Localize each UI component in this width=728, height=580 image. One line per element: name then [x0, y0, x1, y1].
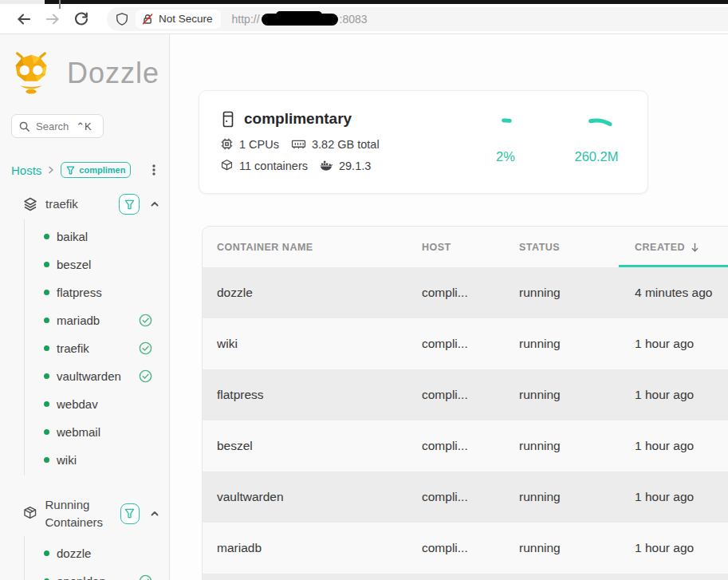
healthy-check-icon: [138, 313, 153, 328]
table-row[interactable]: flatpress compli... running 1 hour ago: [203, 369, 728, 420]
table-row[interactable]: beszel compli... running 1 hour ago: [203, 420, 728, 471]
cell-status: running: [519, 439, 635, 453]
column-header-host[interactable]: HOST: [422, 242, 519, 253]
column-header-created[interactable]: CREATED: [635, 242, 728, 253]
host-summary-card: complimentary 1 CPUs 3.82 GB total: [199, 90, 648, 194]
funnel-icon: [124, 508, 135, 519]
url-text: http:// :8083: [232, 13, 368, 26]
cell-host: compli...: [422, 286, 519, 300]
back-button[interactable]: [10, 6, 38, 32]
host-gauges: 2% 260.2M: [474, 112, 628, 193]
table-row[interactable]: mariadb compli... running 1 hour ago: [203, 523, 728, 574]
kebab-menu-icon[interactable]: [148, 164, 159, 176]
sidebar-item-mariadb[interactable]: mariadb: [44, 306, 169, 334]
cell-host: compli...: [422, 388, 519, 402]
cell-created: 1 hour ago: [635, 388, 728, 402]
table-row[interactable]: vaultwarden compli... running 1 hour ago: [203, 471, 728, 523]
funnel-icon: [124, 199, 135, 210]
security-label: Not Secure: [159, 13, 213, 25]
chevron-up-icon: [150, 199, 159, 209]
host-info: complimentary 1 CPUs 3.82 GB total: [220, 110, 380, 193]
sidebar-item-traefik[interactable]: traefik: [44, 334, 169, 362]
containers-stat: 11 containers: [220, 159, 308, 172]
running-dot-icon: [44, 318, 49, 323]
cpu-gauge: 2%: [474, 112, 537, 193]
sidebar-item-webdav[interactable]: webdav: [44, 390, 169, 418]
browser-toolbar: Not Secure http:// :8083: [0, 4, 728, 34]
chevron-up-icon: [150, 509, 159, 519]
filter-button[interactable]: [120, 503, 140, 524]
running-dot-icon: [44, 373, 49, 379]
memory-gauge-arc: [565, 112, 628, 139]
chevron-right-icon: [46, 165, 56, 175]
reload-button[interactable]: [67, 6, 96, 32]
cell-status: running: [519, 286, 635, 300]
insecure-lock-icon: [141, 13, 154, 26]
tab-strip: [0, 0, 728, 4]
cpu-gauge-arc: [474, 112, 537, 139]
selected-host-pill[interactable]: complimentary: [61, 162, 131, 178]
cell-status: running: [519, 541, 635, 555]
filter-button[interactable]: [119, 194, 140, 215]
sidebar-item-baikal[interactable]: baikal: [44, 223, 169, 251]
cell-status: running: [519, 388, 635, 402]
sidebar-section-running-containers[interactable]: Running Containers: [22, 496, 159, 531]
server-icon: [220, 111, 236, 128]
app-logo[interactable]: Dozzle: [0, 42, 169, 103]
sidebar: Dozzle Search ⌃K Hosts complimentary: [0, 34, 170, 580]
cpu-gauge-value: 2%: [474, 149, 537, 164]
container-list-running: dozzle openldap: [24, 536, 169, 580]
forward-button[interactable]: [38, 6, 67, 32]
clipped-next-row: [203, 574, 728, 580]
cell-created: 1 hour ago: [635, 337, 728, 351]
back-arrow-icon: [16, 11, 32, 27]
sidebar-section-traefik[interactable]: traefik: [22, 194, 159, 215]
healthy-check-icon: [138, 341, 153, 356]
cell-container-name: vaultwarden: [217, 490, 422, 504]
column-header-status[interactable]: STATUS: [519, 242, 635, 253]
memory-gauge: 260.2M: [565, 112, 628, 193]
section-label: Running Containers: [45, 496, 112, 531]
dozzle-bee-icon: [6, 50, 56, 97]
running-dot-icon: [44, 262, 49, 267]
sidebar-item-webmail[interactable]: webmail: [44, 418, 169, 446]
sidebar-item-wiki[interactable]: wiki: [44, 446, 169, 474]
cell-created: 1 hour ago: [635, 490, 728, 504]
active-sort-underline: [619, 265, 728, 267]
funnel-icon: [66, 166, 75, 175]
cell-container-name: dozzle: [217, 286, 422, 300]
docker-version-stat: 29.1.3: [320, 159, 371, 172]
memory-gauge-value: 260.2M: [565, 149, 628, 164]
address-bar[interactable]: Not Secure http:// :8083: [107, 7, 728, 31]
running-dot-icon: [44, 345, 49, 351]
table-row[interactable]: dozzle compli... running 4 minutes ago: [203, 267, 728, 318]
search-input[interactable]: Search ⌃K: [11, 114, 104, 138]
running-dot-icon: [44, 457, 49, 463]
breadcrumb-hosts-link[interactable]: Hosts: [11, 164, 41, 177]
browser-window: Not Secure http:// :8083: [0, 0, 728, 580]
url-port: :8083: [340, 13, 368, 26]
dozzle-app: Dozzle Search ⌃K Hosts complimentary: [0, 34, 728, 580]
sidebar-item-openldap[interactable]: openldap: [44, 567, 169, 580]
sidebar-item-beszel[interactable]: beszel: [44, 251, 169, 278]
sidebar-item-flatpress[interactable]: flatpress: [44, 278, 169, 306]
not-secure-chip[interactable]: Not Secure: [136, 10, 221, 29]
cube-icon: [220, 159, 234, 172]
cell-container-name: flatpress: [217, 388, 422, 402]
stack-icon: [22, 196, 38, 212]
package-icon: [22, 505, 37, 522]
shield-icon[interactable]: [115, 12, 129, 26]
sidebar-item-vaultwarden[interactable]: vaultwarden: [44, 362, 169, 390]
sidebar-item-dozzle[interactable]: dozzle: [44, 539, 169, 567]
table-row[interactable]: wiki compli... running 1 hour ago: [203, 318, 728, 369]
sort-descending-icon: [690, 242, 700, 253]
cell-host: compli...: [422, 490, 519, 504]
search-placeholder: Search: [36, 120, 69, 132]
cell-created: 1 hour ago: [635, 541, 728, 555]
running-dot-icon: [44, 550, 49, 556]
cell-created: 1 hour ago: [635, 439, 728, 453]
column-header-container-name[interactable]: CONTAINER NAME: [217, 242, 422, 253]
search-icon: [18, 120, 30, 132]
running-dot-icon: [44, 234, 49, 239]
running-dot-icon: [44, 429, 49, 435]
